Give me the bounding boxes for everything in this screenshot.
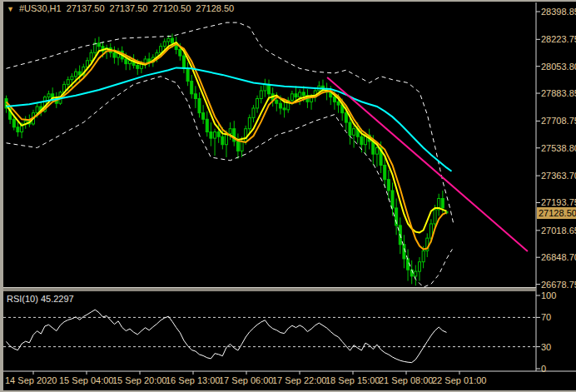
time-axis-label: 22 Sep 01:00 [432,375,486,385]
candle-body [163,42,166,47]
candle-body [384,165,386,179]
candle-body [252,108,255,117]
candle-body [171,38,174,43]
candle-body [182,56,185,68]
candle-body [248,117,251,128]
price-axis-label: 27018.65 [541,226,576,236]
candle-body [337,102,340,105]
price-axis-label: 26678.75 [541,280,576,290]
candle-body [276,100,278,103]
price-axis-label: 27708.75 [541,116,576,126]
candle-body [418,262,420,271]
candle-body [372,141,375,154]
candle-body [125,59,127,64]
price-axis-label: 27538.80 [541,143,576,153]
candle-body [407,259,410,270]
candle-body [75,72,77,77]
candle-body [198,99,201,113]
chart-canvas[interactable] [0,0,576,392]
candle-body [86,61,88,67]
price-axis-label: 26848.70 [541,252,576,262]
candle-body [441,198,444,207]
rsi-indicator-label: RSI(10) 45.2297 [7,294,74,304]
rsi-scale-label: 70 [541,312,551,322]
candle-body [113,52,116,57]
price-axis-label: 27883.85 [541,88,576,98]
candle-body [137,66,139,69]
candle-body [283,108,286,110]
candle-body [302,92,305,96]
candle-body [206,119,208,131]
candle-body [67,80,69,85]
candle-body [160,47,162,53]
time-axis-label: 17 Sep 06:00 [219,375,273,385]
candle-body [128,61,131,64]
candle-body [295,94,297,97]
candle-body [17,127,19,132]
time-axis-label: 16 Sep 13:00 [166,375,220,385]
candle-body [391,191,394,208]
time-axis-label: 18 Sep 15:00 [325,375,380,385]
rsi-line [7,310,447,363]
candle-body [229,129,231,134]
time-axis-label: 17 Sep 22:00 [272,375,326,385]
candle-body [353,129,355,136]
candle-body [264,84,266,91]
trendline-line [327,77,528,251]
candle-body [241,141,243,151]
current-price-tag: 27128.50 [537,207,576,219]
candle-body [299,92,301,97]
open-value: 27137.50 [67,3,105,13]
chart-window: ▼#US30,H127137.5027137.5027120.5027128.5… [0,0,576,392]
time-axis-label: 14 Sep 2020 [5,375,57,385]
price-axis-label: 28398.85 [541,7,576,17]
symbol-dropdown-icon: ▼ [7,5,14,13]
rsi-scale-label: 30 [541,342,551,352]
candle-body [36,107,38,113]
time-axis-label: 15 Sep 04:00 [59,375,113,385]
bb_lower-line [7,77,453,287]
candle-body [186,68,189,81]
chart-title: ▼#US30,H127137.5027137.5027120.5027128.5… [7,3,239,13]
candle-body [360,136,363,145]
price-axis-label: 27363.70 [541,171,576,181]
window-frame-top [0,0,576,2]
rsi-scale-label: 100 [541,290,556,300]
candle-body [179,49,181,56]
symbol-period-label: #US30,H1 [19,3,62,13]
time-axis-label: 15 Sep 20:00 [112,375,166,385]
price-axis-label: 28053.80 [541,62,576,72]
time-axis-label: 21 Sep 08:00 [379,375,433,385]
rsi-scale-label: 0 [541,364,546,374]
candle-body [422,251,425,261]
candle-body [256,99,259,108]
candle-body [202,113,205,120]
candle-body [387,180,390,191]
candle-body [245,129,247,141]
candle-body [71,77,73,80]
candle-body [214,132,216,139]
price-axis-label: 28223.75 [541,34,576,44]
candle-body [90,52,92,61]
candle-body [349,122,351,135]
low-value: 27120.50 [152,3,191,13]
candle-body [210,132,212,139]
candle-body [279,103,281,108]
candle-body [415,271,417,276]
candle-body [260,91,262,99]
candle-body [375,148,378,155]
candle-body [194,94,196,99]
window-frame-left [0,0,3,392]
candle-body [12,119,15,127]
candle-body [434,210,436,224]
candle-body [290,94,293,101]
pane-separator[interactable] [3,287,536,291]
candle-body [47,94,50,97]
candle-body [167,38,170,42]
candle-body [191,82,193,94]
candle-body [97,43,100,47]
candle-body [236,141,239,151]
candle-body [268,84,271,93]
high-value: 27137.50 [110,3,148,13]
price-axis-label: 27193.75 [541,197,576,207]
